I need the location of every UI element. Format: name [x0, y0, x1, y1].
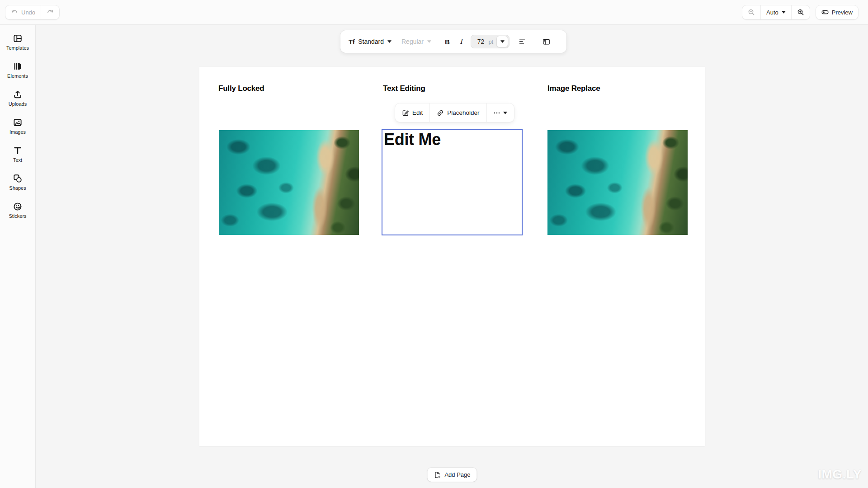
zoom-out-button[interactable]	[742, 5, 760, 19]
bold-button[interactable]: B	[441, 38, 453, 46]
placeholder-button[interactable]: Placeholder	[429, 103, 486, 122]
edit-label: Edit	[412, 109, 423, 116]
zoom-in-button[interactable]	[791, 5, 810, 19]
view-controls: Auto Preview	[742, 5, 858, 19]
sidebar-item-label: Text	[13, 157, 22, 163]
text-frame-content[interactable]: Edit Me	[382, 130, 522, 149]
undo-icon	[11, 9, 18, 16]
font-weight-dropdown[interactable]: Regular	[401, 38, 431, 45]
more-options-button[interactable]	[486, 103, 514, 122]
font-size-dropdown-button[interactable]	[496, 36, 508, 47]
preview-button[interactable]: Preview	[816, 5, 858, 19]
text-align-button[interactable]	[516, 38, 528, 45]
sidebar-item-stickers[interactable]: Stickers	[0, 202, 35, 230]
align-left-icon	[519, 38, 526, 45]
sidebar-item-images[interactable]: Images	[0, 118, 35, 146]
zoom-controls: Auto	[742, 5, 810, 19]
font-weight-label: Regular	[401, 38, 424, 45]
placeholder-label: Placeholder	[447, 109, 479, 116]
sidebar-item-label: Shapes	[9, 185, 26, 191]
column-label-image-replace: Image Replace	[547, 84, 600, 93]
edit-pencil-icon	[402, 109, 409, 117]
imgly-watermark: IMG.LY	[818, 467, 862, 482]
redo-button[interactable]	[41, 5, 59, 19]
add-page-button[interactable]: Add Page	[427, 468, 476, 482]
sidebar-item-templates[interactable]: Templates	[0, 34, 35, 62]
sidebar-item-label: Images	[9, 129, 26, 135]
column-label-text-editing: Text Editing	[383, 84, 425, 93]
text-format-toolbar: Tf Standard Regular B I 72 pt	[340, 30, 566, 53]
chevron-down-icon	[782, 11, 786, 14]
side-panel-icon	[542, 38, 550, 46]
history-controls: Undo	[5, 5, 59, 19]
font-family-label: Standard	[358, 38, 384, 45]
stickers-icon	[13, 202, 22, 211]
redo-icon	[47, 9, 54, 16]
locked-image-block[interactable]	[219, 130, 359, 235]
undo-label: Undo	[21, 9, 35, 16]
sidebar-item-shapes[interactable]: Shapes	[0, 174, 35, 202]
tool-sidebar: Templates Elements Uploads Images Text S…	[0, 25, 36, 488]
zoom-preset-dropdown[interactable]: Auto	[760, 5, 791, 19]
sidebar-item-uploads[interactable]: Uploads	[0, 90, 35, 118]
shapes-icon	[13, 174, 22, 183]
text-icon	[13, 146, 22, 155]
more-dots-icon	[494, 109, 500, 117]
uploads-icon	[13, 90, 22, 99]
sidebar-item-label: Templates	[6, 45, 29, 51]
zoom-out-icon	[748, 9, 755, 16]
canvas-page[interactable]: Fully Locked Text Editing Image Replace …	[199, 67, 705, 446]
add-page-label: Add Page	[444, 471, 470, 478]
top-bar: Undo Auto	[0, 0, 868, 25]
sidebar-item-label: Elements	[7, 73, 28, 79]
block-context-toolbar: Edit Placeholder	[395, 103, 514, 122]
edit-button[interactable]: Edit	[395, 103, 429, 122]
font-size-input[interactable]: 72 pt	[471, 35, 509, 48]
undo-button[interactable]: Undo	[5, 5, 41, 19]
sidebar-item-label: Uploads	[9, 101, 27, 107]
zoom-in-icon	[797, 9, 804, 16]
toolbar-divider	[535, 36, 535, 47]
preview-toggle-icon	[821, 9, 829, 16]
advanced-panel-button[interactable]	[541, 38, 552, 46]
chevron-down-icon	[427, 40, 431, 43]
zoom-preset-label: Auto	[766, 9, 778, 16]
typeface-icon: Tf	[349, 38, 354, 46]
link-icon	[437, 109, 444, 117]
templates-icon	[13, 34, 22, 43]
italic-button[interactable]: I	[456, 38, 466, 46]
chevron-down-icon	[503, 112, 507, 114]
preview-button-group: Preview	[816, 5, 858, 19]
sidebar-item-elements[interactable]: Elements	[0, 62, 35, 90]
elements-icon	[13, 62, 22, 71]
chevron-down-icon	[387, 40, 392, 43]
add-page-icon	[434, 471, 441, 479]
replaceable-image-block[interactable]	[547, 130, 688, 235]
sidebar-item-label: Stickers	[9, 213, 26, 219]
sidebar-item-text[interactable]: Text	[0, 146, 35, 174]
selected-text-frame[interactable]: Edit Me	[382, 129, 523, 235]
font-family-dropdown[interactable]: Tf Standard	[349, 38, 392, 46]
images-icon	[13, 118, 22, 127]
font-size-value: 72	[471, 38, 489, 45]
font-size-unit: pt	[488, 38, 496, 45]
preview-label: Preview	[832, 9, 853, 16]
column-label-fully-locked: Fully Locked	[218, 84, 264, 93]
